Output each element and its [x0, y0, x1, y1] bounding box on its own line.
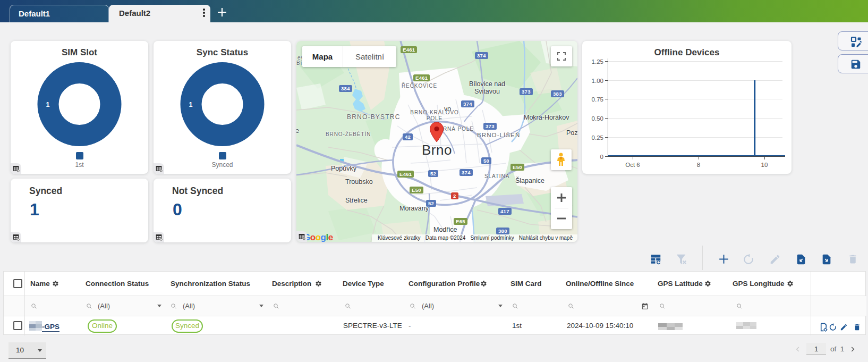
- svg-text:10: 10: [761, 162, 768, 168]
- svg-text:0.50: 0.50: [592, 115, 603, 122]
- svg-text:Oct 6: Oct 6: [625, 162, 640, 168]
- svg-text:8: 8: [697, 162, 700, 168]
- svg-text:1: 1: [189, 101, 193, 108]
- svg-text:0.25: 0.25: [592, 134, 603, 141]
- svg-text:1.25: 1.25: [592, 58, 603, 65]
- svg-text:1: 1: [46, 101, 50, 108]
- svg-text:0: 0: [600, 154, 603, 160]
- svg-text:0.75: 0.75: [592, 96, 603, 103]
- svg-text:1.00: 1.00: [592, 78, 603, 84]
